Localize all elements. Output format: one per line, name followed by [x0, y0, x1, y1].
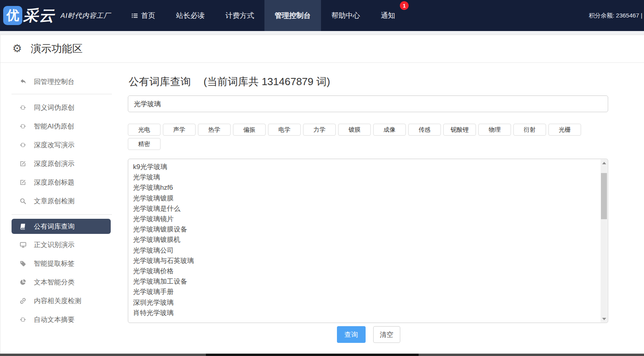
page-title: 演示功能区: [31, 42, 82, 56]
sidebar-item-label: 内容相关度检测: [34, 296, 81, 305]
tag-button[interactable]: 电学: [268, 124, 301, 136]
edit-icon: [20, 179, 28, 186]
sidebar-item-body-recognition[interactable]: 正文识别演示: [0, 235, 128, 254]
result-line: 肖特光学玻璃: [133, 308, 596, 318]
nav-item-help[interactable]: 帮助中心: [321, 0, 370, 31]
scrollbar-thumb[interactable]: [601, 173, 607, 219]
sidebar-item-label: 智能AI伪原创: [34, 122, 74, 131]
refresh-icon: [20, 123, 28, 130]
tag-button[interactable]: 热学: [198, 124, 231, 136]
tag-button[interactable]: 铌酸锂: [443, 124, 476, 136]
nav-item-label: 计费方式: [225, 11, 254, 20]
search-icon: [20, 198, 28, 204]
result-line: 光学玻璃: [133, 172, 596, 183]
logo-name: 采云: [23, 6, 55, 26]
nav-item-billing[interactable]: 计费方式: [215, 0, 264, 31]
window-bottom-edge: [0, 354, 644, 356]
nav-item-notice[interactable]: 通知 1: [370, 0, 405, 31]
result-line: 光学玻璃价格: [133, 266, 596, 276]
result-line: 光学玻璃手册: [133, 287, 596, 297]
sidebar-item-ai-rewrite[interactable]: 智能AI伪原创: [0, 117, 128, 136]
nav-item-console[interactable]: 管理控制台: [264, 0, 321, 31]
sidebar-item-label: 正文识别演示: [34, 240, 74, 249]
sidebar-item-originality-check[interactable]: 文章原创检测: [0, 192, 128, 210]
gear-icon: ⚙: [12, 43, 22, 54]
nav-item-home[interactable]: 首页: [121, 0, 166, 31]
reply-arrow-icon: [20, 78, 28, 85]
logo[interactable]: 优 采云 AI时代内容工厂: [0, 6, 111, 26]
sidebar-item-deep-original[interactable]: 深度原创演示: [0, 154, 128, 173]
nav-item-label: 通知: [381, 11, 395, 20]
section-title: 公有词库查询: [129, 75, 191, 89]
sidebar-item-label: 公有词库查询: [34, 222, 74, 231]
sidebar-item-deep-original-title[interactable]: 深度原创标题: [0, 173, 128, 192]
scroll-down-arrow[interactable]: [601, 315, 607, 322]
refresh-icon: [20, 104, 28, 111]
tag-button[interactable]: 成像: [373, 124, 406, 136]
result-line: 光学玻璃与石英玻璃: [133, 256, 596, 266]
sidebar-item-relevance-check[interactable]: 内容相关度检测: [0, 292, 128, 310]
results-list: k9光学玻璃 光学玻璃 光学玻璃hzf6 光学玻璃镀膜 光学玻璃是什么 光学玻璃…: [128, 159, 608, 323]
pie-chart-icon: [20, 279, 28, 286]
tag-button[interactable]: 衍射: [513, 124, 546, 136]
result-line: 深圳光学玻璃: [133, 298, 596, 308]
sidebar-item-extract-tags[interactable]: 智能提取标签: [0, 254, 128, 273]
results-textarea[interactable]: k9光学玻璃 光学玻璃 光学玻璃hzf6 光学玻璃镀膜 光学玻璃是什么 光学玻璃…: [128, 159, 608, 323]
sidebar-item-auto-summary[interactable]: 自动文本摘要: [0, 310, 128, 329]
page-header: ⚙ 演示功能区: [0, 35, 644, 63]
sidebar-divider: [12, 214, 112, 215]
sidebar-item-label: 深度原创标题: [34, 178, 74, 187]
top-strip: [0, 31, 644, 35]
sidebar-item-label: 智能提取标签: [34, 259, 74, 268]
result-line: 光学玻璃是什么: [133, 204, 596, 214]
tag-button[interactable]: 传感: [408, 124, 441, 136]
nav-item-label: 帮助中心: [331, 11, 360, 20]
keyword-search-input[interactable]: [128, 95, 608, 112]
tag-suggestions: 光电 声学 热学 偏振 电学 力学 镀膜 成像 传感 铌酸锂 物理 衍射 光栅 …: [128, 124, 609, 150]
tag-button[interactable]: 精密: [128, 138, 161, 150]
tag-button[interactable]: 镀膜: [338, 124, 371, 136]
sidebar-item-synonym-rewrite[interactable]: 同义词伪原创: [0, 98, 128, 117]
refresh-icon: [20, 316, 28, 323]
nav-item-must-read[interactable]: 站长必读: [166, 0, 215, 31]
result-line: 光学玻璃镜片: [133, 214, 596, 224]
result-line: 光学玻璃公司: [133, 245, 596, 256]
nav-item-label: 首页: [141, 11, 155, 20]
sidebar-item-label: 深度原创演示: [34, 159, 74, 168]
sidebar-item-text-classification[interactable]: 文本智能分类: [0, 273, 128, 292]
top-navbar: 优 采云 AI时代内容工厂 首页 站长必读 计费方式 管理控制台 帮助中心 通: [0, 0, 644, 31]
monitor-icon: [20, 241, 28, 248]
sidebar-item-label: 回管理控制台: [34, 77, 74, 86]
sidebar-item-label: 同义词伪原创: [34, 103, 74, 112]
list-icon: [131, 12, 138, 19]
query-button[interactable]: 查询: [337, 326, 366, 343]
tag-button[interactable]: 力学: [303, 124, 336, 136]
sidebar-item-deep-rewrite[interactable]: 深度改写演示: [0, 136, 128, 154]
notification-badge: 1: [400, 1, 409, 10]
clear-button[interactable]: 清空: [373, 326, 400, 343]
refresh-icon: [20, 142, 28, 148]
logo-badge: 优: [3, 6, 22, 25]
tag-button[interactable]: 光电: [128, 124, 161, 136]
sidebar-item-label: 深度改写演示: [34, 140, 74, 150]
vertical-scrollbar[interactable]: [601, 160, 607, 322]
sidebar-item-back-to-console[interactable]: 回管理控制台: [0, 73, 128, 90]
nav-item-label: 管理控制台: [275, 11, 311, 20]
sidebar-divider: [12, 94, 112, 94]
tag-button[interactable]: 声学: [163, 124, 196, 136]
tag-button[interactable]: 物理: [478, 124, 511, 136]
nav-item-label: 站长必读: [176, 11, 205, 20]
result-line: 光学玻璃hzf6: [133, 183, 596, 193]
sidebar-item-public-thesaurus[interactable]: 公有词库查询: [12, 219, 111, 234]
tag-button[interactable]: 光栅: [548, 124, 581, 136]
tag-button[interactable]: 偏振: [233, 124, 266, 136]
sidebar: 回管理控制台 同义词伪原创 智能AI伪原创 深度改写演示 深度原创演示: [0, 63, 128, 356]
sidebar-item-label: 自动文本摘要: [34, 315, 74, 324]
sidebar-item-label: 文本智能分类: [34, 278, 74, 287]
logo-tagline: AI时代内容工厂: [61, 11, 111, 20]
nav-menu: 首页 站长必读 计费方式 管理控制台 帮助中心 通知 1: [121, 0, 405, 31]
points-balance: 积分余额: 2365467 |: [589, 0, 642, 31]
result-line: 光学玻璃加工设备: [133, 276, 596, 287]
main-panel: 公有词库查询 (当前词库共 131467879 词) 光电 声学 热学 偏振 电…: [128, 63, 609, 356]
scroll-up-arrow[interactable]: [601, 160, 607, 166]
